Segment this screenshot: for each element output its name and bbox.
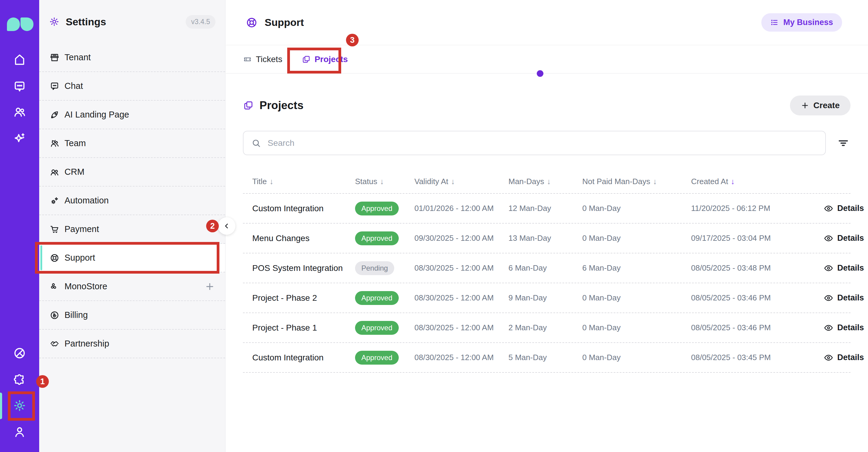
tabs-bar: Tickets Projects bbox=[226, 45, 868, 73]
column-header-not-paid-man-days[interactable]: Not Paid Man-Days bbox=[582, 177, 691, 186]
page-header: Support My Business bbox=[226, 0, 868, 45]
handshake-icon bbox=[50, 339, 60, 349]
sidebar-item-support[interactable]: Support bbox=[39, 244, 225, 272]
settings-title-gear-icon bbox=[49, 16, 60, 27]
rocket-icon bbox=[50, 110, 60, 120]
sidebar-item-team[interactable]: Team bbox=[39, 129, 225, 158]
projects-table: Title Status Validity At Man-Days Not Pa… bbox=[243, 170, 850, 373]
version-badge: v3.4.5 bbox=[186, 15, 216, 29]
integrations-puzzle-icon[interactable] bbox=[13, 373, 27, 387]
search-row bbox=[243, 131, 850, 155]
eye-icon bbox=[824, 263, 833, 273]
status-badge: Approved bbox=[355, 321, 399, 335]
column-header-status[interactable]: Status bbox=[355, 177, 414, 186]
store-icon bbox=[50, 53, 60, 63]
status-badge: Approved bbox=[355, 202, 399, 216]
eye-icon bbox=[824, 323, 833, 333]
sidebar-item-payment[interactable]: Payment bbox=[39, 215, 225, 244]
sidebar-item-crm[interactable]: CRM bbox=[39, 158, 225, 187]
settings-title: Settings bbox=[66, 16, 106, 28]
three-circles-icon bbox=[50, 282, 60, 292]
sidebar-item-partnership[interactable]: Partnership bbox=[39, 330, 225, 358]
my-business-button[interactable]: My Business bbox=[761, 13, 842, 32]
search-icon bbox=[251, 138, 261, 148]
eye-icon bbox=[824, 204, 833, 213]
home-icon[interactable] bbox=[13, 53, 27, 67]
chat-bubble-icon bbox=[50, 81, 60, 91]
table-row: Project - Phase 1 Approved 08/30/2025 - … bbox=[243, 313, 850, 343]
profile-icon[interactable] bbox=[13, 425, 27, 439]
chevron-left-icon bbox=[223, 222, 230, 230]
tab-projects[interactable]: Projects bbox=[302, 55, 348, 64]
search-box[interactable] bbox=[243, 131, 826, 155]
projects-section-icon bbox=[243, 100, 254, 111]
annotation-step-1-badge: 1 bbox=[36, 375, 49, 388]
column-header-title[interactable]: Title bbox=[252, 177, 355, 186]
sidebar-item-billing[interactable]: Billing bbox=[39, 301, 225, 330]
details-button[interactable]: Details bbox=[824, 233, 868, 243]
logo-blob-left bbox=[7, 18, 20, 31]
table-row: Project - Phase 2 Approved 08/30/2025 - … bbox=[243, 283, 850, 313]
sort-desc-icon-active bbox=[731, 177, 735, 186]
sidebar-item-automation[interactable]: Automation bbox=[39, 187, 225, 215]
eye-icon bbox=[824, 293, 833, 303]
column-header-validity-at[interactable]: Validity At bbox=[414, 177, 508, 186]
cart-icon bbox=[50, 224, 60, 234]
contacts-icon[interactable] bbox=[13, 105, 27, 119]
sidebar-item-chat[interactable]: Chat bbox=[39, 72, 225, 101]
details-button[interactable]: Details bbox=[824, 204, 868, 213]
search-input[interactable] bbox=[268, 138, 817, 148]
settings-sidebar-header: Settings v3.4.5 bbox=[39, 0, 225, 43]
eye-icon bbox=[824, 353, 833, 362]
list-icon bbox=[770, 19, 778, 27]
page-title: Support bbox=[265, 17, 304, 28]
icon-rail bbox=[0, 0, 39, 452]
support-lifebuoy-icon bbox=[245, 16, 258, 29]
main-content: Support My Business Tickets Projects Pro… bbox=[226, 0, 868, 452]
chat-icon[interactable] bbox=[13, 79, 27, 93]
status-badge: Approved bbox=[355, 351, 399, 365]
gears-icon bbox=[50, 196, 60, 206]
ticket-icon bbox=[243, 55, 252, 64]
projects-icon bbox=[302, 55, 311, 64]
projects-panel: Projects Create Title Status Validity At… bbox=[226, 96, 868, 373]
active-tab-indicator bbox=[537, 70, 544, 77]
details-button[interactable]: Details bbox=[824, 323, 868, 333]
table-row: Menu Changes Approved 09/30/2025 - 12:00… bbox=[243, 224, 850, 253]
filter-icon bbox=[837, 137, 849, 149]
details-button[interactable]: Details bbox=[824, 293, 868, 303]
table-row: Custom Integration Approved 01/01/2026 -… bbox=[243, 194, 850, 224]
column-header-created-at[interactable]: Created At bbox=[691, 177, 824, 186]
team-icon bbox=[50, 138, 60, 149]
tab-tickets[interactable]: Tickets bbox=[243, 55, 282, 64]
sort-desc-icon bbox=[380, 177, 384, 186]
section-title: Projects bbox=[259, 99, 304, 112]
sidebar-collapse-button[interactable] bbox=[218, 217, 236, 235]
column-header-man-days[interactable]: Man-Days bbox=[508, 177, 582, 186]
sidebar-item-monostore[interactable]: MonoStore bbox=[39, 272, 225, 301]
users-icon bbox=[50, 167, 60, 177]
plus-icon bbox=[801, 101, 809, 110]
sidebar-item-tenant[interactable]: Tenant bbox=[39, 43, 225, 72]
details-button[interactable]: Details bbox=[824, 353, 868, 362]
details-button[interactable]: Details bbox=[824, 263, 868, 273]
filter-button[interactable] bbox=[836, 136, 850, 150]
sort-desc-icon bbox=[270, 177, 273, 186]
sparkles-icon[interactable] bbox=[13, 131, 27, 145]
table-row: POS System Integration Pending 08/30/202… bbox=[243, 253, 850, 283]
table-header-row: Title Status Validity At Man-Days Not Pa… bbox=[243, 170, 850, 194]
sidebar-item-ai-landing-page[interactable]: AI Landing Page bbox=[39, 101, 225, 129]
sort-desc-icon bbox=[653, 177, 657, 186]
rail-active-indicator bbox=[0, 393, 2, 419]
sort-desc-icon bbox=[547, 177, 551, 186]
section-header: Projects Create bbox=[243, 96, 850, 116]
annotation-step-3-badge: 3 bbox=[346, 34, 359, 46]
create-button[interactable]: Create bbox=[790, 96, 850, 116]
settings-gear-icon[interactable] bbox=[13, 399, 27, 413]
add-store-button[interactable] bbox=[205, 282, 215, 292]
annotation-step-2-badge: 2 bbox=[206, 220, 219, 232]
settings-sidebar: Settings v3.4.5 Tenant Chat AI Landing P… bbox=[39, 0, 225, 452]
logo-blob-right bbox=[21, 18, 33, 31]
analytics-pie-icon[interactable] bbox=[13, 346, 27, 360]
lifebuoy-icon bbox=[50, 253, 60, 263]
